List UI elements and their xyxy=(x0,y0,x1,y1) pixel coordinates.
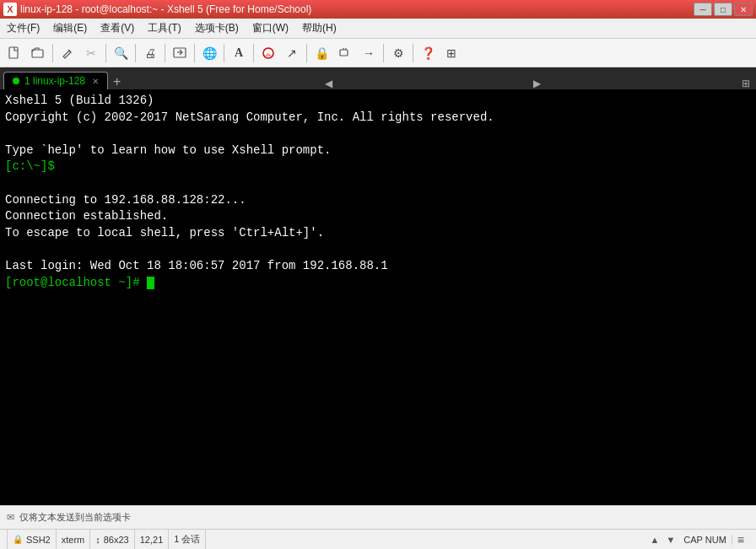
status-sessions-label: 1 会话 xyxy=(174,533,200,546)
toolbar-help[interactable]: ❓ xyxy=(417,42,439,64)
status-xterm: xterm xyxy=(57,530,91,549)
status-sessions: 1 会话 xyxy=(169,530,206,549)
status-caps: CAP NUM xyxy=(678,535,732,545)
status-nav-down[interactable]: ▼ xyxy=(662,535,678,545)
menubar: 文件(F) 编辑(E) 查看(V) 工具(T) 选项卡(B) 窗口(W) 帮助(… xyxy=(0,19,756,39)
terminal-line9: To escape to local shell, press 'Ctrl+Al… xyxy=(5,226,324,240)
terminal-line2: Copyright (c) 2002-2017 NetSarang Comput… xyxy=(5,110,494,124)
svg-rect-1 xyxy=(32,50,43,57)
maximize-button[interactable]: □ xyxy=(714,3,732,16)
lock-icon: 🔒 xyxy=(13,535,23,544)
terminal-line8: Connection established. xyxy=(5,209,168,223)
toolbar-transfer[interactable] xyxy=(169,42,191,64)
status-nav-up[interactable]: ▲ xyxy=(647,535,663,545)
menu-file[interactable]: 文件(F) xyxy=(0,19,46,38)
status-pos-label: 12,21 xyxy=(140,535,164,545)
status-xterm-label: xterm xyxy=(62,535,85,545)
titlebar-left: X linux-ip-128 - root@localhost:~ - Xshe… xyxy=(3,3,311,16)
minimize-button[interactable]: ─ xyxy=(694,3,712,16)
svg-rect-0 xyxy=(9,47,18,58)
toolbar-arrow-right[interactable]: → xyxy=(358,42,380,64)
menu-help[interactable]: 帮助(H) xyxy=(295,19,343,38)
sendbar: ✉ 仅将文本发送到当前选项卡 xyxy=(0,505,756,529)
toolbar-edit[interactable] xyxy=(57,42,78,64)
toolbar: ✂ 🔍 🖨 🌐 A ↗ 🔒 → ⚙ ❓ ⊞ xyxy=(0,39,756,67)
toolbar-link[interactable]: ↗ xyxy=(281,42,303,64)
svg-rect-6 xyxy=(340,50,348,56)
close-button[interactable]: ✕ xyxy=(734,3,753,16)
status-caps-label: CAP NUM xyxy=(683,535,726,545)
tabbar: 1 linux-ip-128 ✕ + ◀ ▶ ⊞ xyxy=(0,67,756,89)
toolbar-new[interactable] xyxy=(3,42,25,64)
toolbar-font[interactable]: A xyxy=(228,42,250,64)
tab-add-button[interactable]: + xyxy=(108,74,126,89)
toolbar-search[interactable]: 🔍 xyxy=(110,42,132,64)
menu-view[interactable]: 查看(V) xyxy=(94,19,141,38)
statusbar-right: ▲ ▼ CAP NUM ≡ xyxy=(647,533,749,546)
toolbar-sep4 xyxy=(165,44,165,62)
toolbar-sep10 xyxy=(413,44,413,62)
menu-edit[interactable]: 编辑(E) xyxy=(46,19,94,38)
terminal-line11: Last login: Wed Oct 18 18:06:57 2017 fro… xyxy=(5,259,388,272)
menu-tabs[interactable]: 选项卡(B) xyxy=(188,19,246,38)
titlebar: X linux-ip-128 - root@localhost:~ - Xshe… xyxy=(0,0,756,19)
terminal-line1: Xshell 5 (Build 1326) xyxy=(5,94,154,107)
toolbar-settings[interactable]: ⚙ xyxy=(387,42,409,64)
toolbar-print[interactable]: 🖨 xyxy=(139,42,161,64)
toolbar-sep5 xyxy=(194,44,195,62)
status-ssh-label: SSH2 xyxy=(26,535,51,545)
toolbar-cut[interactable]: ✂ xyxy=(80,42,102,64)
toolbar-globe[interactable]: 🌐 xyxy=(198,42,220,64)
status-ssh: 🔒 SSH2 xyxy=(7,530,57,549)
toolbar-open[interactable] xyxy=(27,42,49,64)
status-menu-button[interactable]: ≡ xyxy=(732,533,749,546)
toolbar-sep3 xyxy=(135,44,136,62)
status-position: 12,21 xyxy=(135,530,170,549)
tab-nav-menu[interactable]: ⊞ xyxy=(739,78,753,89)
toolbar-sep2 xyxy=(105,44,106,62)
status-size-icon: ↕ xyxy=(95,535,100,545)
toolbar-sep6 xyxy=(224,44,224,62)
tab-nav-right[interactable]: ▶ xyxy=(531,78,543,89)
tab-label: 1 linux-ip-128 xyxy=(24,75,85,87)
toolbar-sep1 xyxy=(52,44,53,62)
terminal-line4: Type `help' to learn how to use Xshell p… xyxy=(5,143,331,157)
tab-nav-left[interactable]: ◀ xyxy=(322,78,335,89)
toolbar-lock[interactable]: 🔒 xyxy=(310,42,332,64)
menu-tools[interactable]: 工具(T) xyxy=(141,19,187,38)
terminal-cursor xyxy=(147,277,154,289)
titlebar-controls: ─ □ ✕ xyxy=(694,3,753,16)
titlebar-app-icon: X xyxy=(3,3,17,16)
menu-window[interactable]: 窗口(W) xyxy=(246,19,295,38)
titlebar-title: linux-ip-128 - root@localhost:~ - Xshell… xyxy=(20,3,311,15)
terminal-prompt: [root@localhost ~]# xyxy=(5,276,147,289)
status-size-label: 86x23 xyxy=(104,535,129,545)
toolbar-extra[interactable]: ⊞ xyxy=(440,42,462,64)
statusbar: 🔒 SSH2 xterm ↕ 86x23 12,21 1 会话 ▲ ▼ CAP … xyxy=(0,529,756,549)
terminal-line5: [c:\~]$ xyxy=(5,159,55,173)
toolbar-sep7 xyxy=(253,44,254,62)
terminal[interactable]: Xshell 5 (Build 1326) Copyright (c) 2002… xyxy=(0,89,756,505)
tab-active-dot xyxy=(13,78,19,84)
status-size: ↕ 86x23 xyxy=(90,530,134,549)
tab-linux-ip-128[interactable]: 1 linux-ip-128 ✕ xyxy=(3,72,108,89)
terminal-line7: Connecting to 192.168.88.128:22... xyxy=(5,193,246,207)
sendbar-label: 仅将文本发送到当前选项卡 xyxy=(19,511,131,524)
toolbar-sep8 xyxy=(306,44,307,62)
sendbar-icon: ✉ xyxy=(7,512,14,523)
tab-close-button[interactable]: ✕ xyxy=(92,77,99,86)
toolbar-color[interactable] xyxy=(257,42,279,64)
toolbar-key[interactable] xyxy=(334,42,356,64)
toolbar-sep9 xyxy=(383,44,384,62)
